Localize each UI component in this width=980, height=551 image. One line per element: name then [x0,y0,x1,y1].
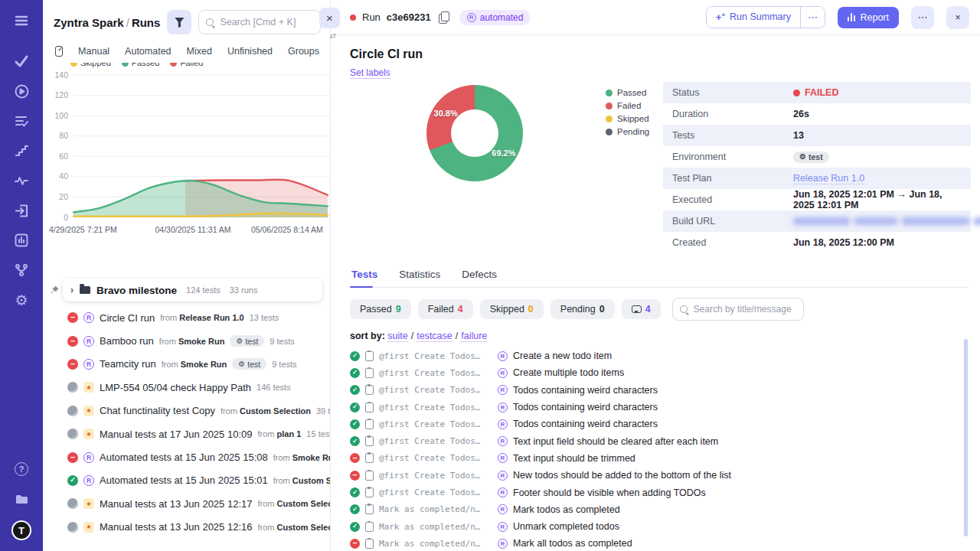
test-row[interactable]: Mark as completed/n… Mark all todos as c… [350,535,980,551]
test-row[interactable]: @first Create Todos… Text input should b… [350,450,980,467]
runs-icon[interactable] [13,83,30,99]
sort-by-suite[interactable]: suite [387,331,407,342]
run-summary-button[interactable]: ++ Run Summary [707,7,800,28]
scrollbar-thumb[interactable] [964,339,968,536]
info-label: Environment [672,152,793,162]
status-filter-pill[interactable]: Passed 9 [350,299,411,319]
test-row[interactable]: @first Create Todos… Todos containing we… [350,416,980,432]
runs-filter-tab[interactable]: Manual [78,46,109,57]
analytics-icon[interactable] [13,172,30,189]
run-list-item[interactable]: Manual tests at 17 Jun 2025 10:09 from p… [43,422,330,445]
automated-icon [498,403,508,412]
run-list-item[interactable]: Bamboo run from Smoke Run ⚙test 9 tests [43,329,330,352]
test-title: Create a new todo item [513,350,612,361]
automated-badge[interactable]: automated [459,10,531,25]
donut-legend-item: Passed [606,88,649,97]
info-label: Test Plan [672,173,793,184]
runs-filter-tab[interactable]: Groups [288,46,319,57]
detail-tab[interactable]: Statistics [397,266,442,287]
test-row[interactable]: @first Create Todos… Footer should be vi… [350,484,980,500]
folder-name: Bravo milestone [96,285,177,296]
close-run-button[interactable]: × [946,6,969,29]
hamburger-icon[interactable] [13,12,30,29]
test-title: Text input field should be cleared after… [513,436,718,447]
run-summary-more-button[interactable]: ⋯ [800,7,825,28]
test-row[interactable]: @first Create Todos… Todos containing we… [350,399,980,416]
milestones-icon[interactable] [13,142,30,159]
logo-icon[interactable]: T [11,520,31,540]
test-status-icon [350,403,360,412]
tests-search[interactable] [672,298,804,321]
reports-icon[interactable] [13,232,30,249]
chevron-right-icon[interactable]: › [70,285,74,295]
run-list-item[interactable]: LMP-554 05/04 check Happy Path 146 tests [43,376,330,399]
test-row[interactable]: @first Create Todos… Create a new todo i… [350,347,980,364]
breadcrumb-project[interactable]: Zyntra Spark [54,16,124,29]
run-type-icon [83,429,94,439]
comments-filter-pill[interactable]: 4 [622,299,661,319]
run-type-icon [83,359,94,370]
test-row[interactable]: @first Create Todos… New todos should be… [350,467,980,484]
run-tests-count: 9 tests [272,360,296,369]
test-row[interactable]: Mark as completed/n… Mark todos as compl… [350,501,980,518]
env-badge: ⚙test [230,335,264,347]
filter-button[interactable] [167,10,191,34]
test-row[interactable]: Mark as completed/n… Unmark completed to… [350,518,980,535]
runs-search[interactable] [198,10,321,34]
run-status-icon [67,475,78,486]
runs-filter-tab[interactable]: Mixed [187,46,212,57]
settings-icon[interactable]: ⚙ [13,292,30,308]
pulls-icon[interactable] [13,202,30,219]
bar-chart-icon [848,13,856,21]
milestone-folder[interactable]: › Bravo milestone 124 tests 33 runs [63,279,322,302]
run-list-item[interactable]: Manual tests at 13 Jun 2025 12:17 from C… [43,492,330,515]
tests-icon[interactable] [13,53,30,70]
run-list-item[interactable]: Circle CI run from Release Run 1.0 13 te… [43,306,330,329]
copy-icon[interactable] [439,11,449,23]
run-list-item[interactable]: Automated tests at 15 Jun 2025 15:01 fro… [43,469,330,492]
status-filter-pill[interactable]: Pending 0 [550,299,615,319]
help-icon[interactable]: ? [13,461,30,478]
run-name: Bamboo run [100,335,154,347]
report-button[interactable]: Report [838,7,899,28]
info-value: Jun 18, 2025 12:01 PM → Jun 18, 2025 12:… [793,189,962,210]
test-status-icon [350,504,360,514]
set-labels-link[interactable]: Set labels [350,67,390,79]
panel-close-button[interactable]: × [319,8,340,28]
select-runs-icon[interactable] [55,46,63,57]
run-name: Chat functinality test Copy [100,405,215,416]
run-status-dot [350,15,356,21]
status-filter-pill[interactable]: Failed 4 [418,299,473,319]
test-row[interactable]: @first Create Todos… Todos containing we… [350,382,980,399]
detail-tab[interactable]: Defects [460,266,498,287]
sort-by-failure[interactable]: failure [461,331,487,342]
run-list-item[interactable]: Teamcity run from Smoke Run ⚙test 9 test… [43,353,330,376]
test-plan-link[interactable]: Release Run 1.0 [793,173,864,184]
branches-icon[interactable] [13,262,30,279]
test-title: Unmark completed todos [513,521,619,532]
more-button[interactable]: ⋯ [911,6,934,29]
projects-icon[interactable] [13,491,30,507]
plans-icon[interactable] [13,112,30,129]
breadcrumb: Zyntra Spark/Runs [54,16,160,29]
run-list-item[interactable]: Automated tests at 15 Jun 2025 15:08 fro… [43,445,330,468]
status-failed-value: FAILED [793,87,838,98]
run-list-item[interactable]: Chat functinality test Copy from Custom … [43,399,330,422]
sort-by-testcase[interactable]: testcase [416,331,452,342]
detail-tab[interactable]: Tests [350,266,379,287]
pin-icon[interactable] [49,285,60,295]
test-row[interactable]: @first Create Todos… Text input field sh… [350,432,980,449]
test-title: Todos containing weird characters [513,402,658,412]
run-list-item[interactable]: Manual tests at 13 Jun 2025 12:16 from C… [43,516,330,539]
runs-search-input[interactable] [220,17,314,28]
status-filter-pill[interactable]: Skipped 0 [480,299,544,319]
runs-filter-tab[interactable]: Automated [125,46,171,57]
test-row[interactable]: @first Create Todos… Create multiple tod… [350,364,980,381]
runs-filter-tab[interactable]: Unfinished [227,46,273,57]
clipboard-icon [365,487,374,497]
test-suite-name: @first Create Todos… [379,368,492,378]
run-source: from plan 1 [257,429,301,439]
panel-collapse-icon[interactable]: ⇄ [330,31,336,40]
tests-search-input[interactable] [694,304,797,315]
svg-text:05/06/2025 8:14 AM: 05/06/2025 8:14 AM [251,225,323,234]
